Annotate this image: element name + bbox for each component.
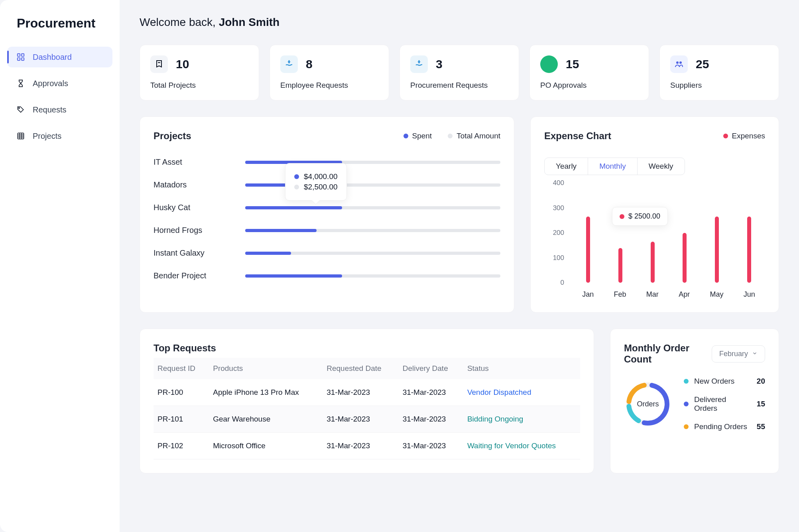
expense-bar[interactable] xyxy=(586,217,590,283)
dashboard-icon xyxy=(16,52,26,62)
status-link[interactable]: Bidding Ongoing xyxy=(467,415,523,423)
cell-status: Bidding Ongoing xyxy=(463,406,580,433)
project-name: Instant Galaxy xyxy=(154,248,233,258)
cell-status: Waiting for Vendor Quotes xyxy=(463,433,580,459)
project-name: IT Asset xyxy=(154,158,233,167)
month-select[interactable]: February xyxy=(712,345,765,363)
table-row[interactable]: PR-100Apple iPhone 13 Pro Max31-Mar-2023… xyxy=(154,379,580,406)
status-link[interactable]: Waiting for Vendor Quotes xyxy=(467,441,556,450)
dot-icon xyxy=(684,402,689,406)
donut-center-label: Orders xyxy=(624,380,672,428)
expense-x-labels: JanFebMarAprMayJun xyxy=(572,290,765,299)
table-row[interactable]: PR-102Microsoft Office31-Mar-202331-Mar-… xyxy=(154,433,580,459)
project-name: Horned Frogs xyxy=(154,226,233,235)
expense-bars xyxy=(572,183,765,283)
bar-fill xyxy=(245,229,317,232)
cell-id: PR-102 xyxy=(154,433,209,459)
expense-bar[interactable] xyxy=(651,242,655,283)
x-label: Jun xyxy=(744,290,755,299)
stats-row: 10Total Projects8Employee Requests3Procu… xyxy=(140,45,779,100)
sidebar-item-label: Requests xyxy=(33,105,67,114)
cell-status: Vendor Dispatched xyxy=(463,379,580,406)
column-header[interactable]: Status xyxy=(463,358,580,379)
table-row[interactable]: PR-101Gear Warehouse31-Mar-202331-Mar-20… xyxy=(154,406,580,433)
sidebar-item-projects[interactable]: Projects xyxy=(7,126,112,146)
cell-id: PR-100 xyxy=(154,379,209,406)
projects-tooltip: $4,000.00 $2,500.00 xyxy=(285,163,347,201)
y-tick: 200 xyxy=(553,229,564,237)
bar-fill xyxy=(245,274,342,278)
cell-id: PR-101 xyxy=(154,406,209,433)
expense-card: Expense Chart Expenses YearlyMonthlyWeek… xyxy=(530,116,779,313)
projects-list: $4,000.00 $2,500.00 IT AssetMatadorsHusk… xyxy=(154,158,500,280)
projects-card: Projects Spent Total Amount $4,000.00 $2… xyxy=(140,116,514,313)
status-link[interactable]: Vendor Dispatched xyxy=(467,388,531,396)
bar-track xyxy=(245,252,500,255)
cell-product: Microsoft Office xyxy=(209,433,323,459)
bar-fill xyxy=(245,252,291,255)
column-header[interactable]: Products xyxy=(209,358,323,379)
stat-card[interactable]: 8Employee Requests xyxy=(270,45,389,100)
stat-label: PO Approvals xyxy=(540,81,638,90)
tag-icon xyxy=(16,105,26,114)
cell-del-date: 31-Mar-2023 xyxy=(399,433,463,459)
dot-icon xyxy=(294,185,299,189)
expense-bar[interactable] xyxy=(715,217,719,283)
dot-icon xyxy=(620,214,624,219)
y-tick: 400 xyxy=(553,179,564,187)
stat-label: Procurement Requests xyxy=(410,81,508,90)
expense-chart: 4003002001000 JanFebMarAprMayJun $ 2500.… xyxy=(544,183,765,299)
dot-icon xyxy=(723,134,728,138)
sidebar-item-approvals[interactable]: Approvals xyxy=(7,73,112,94)
bar-track xyxy=(245,161,500,164)
cell-product: Gear Warehouse xyxy=(209,406,323,433)
y-tick: 0 xyxy=(561,279,564,287)
order-legend-value: 15 xyxy=(757,400,765,408)
stat-label: Suppliers xyxy=(670,81,768,90)
svg-rect-1 xyxy=(22,54,24,56)
expense-bar[interactable] xyxy=(618,248,622,283)
x-label: May xyxy=(710,290,723,299)
tab-yearly[interactable]: Yearly xyxy=(545,158,588,175)
project-name: Husky Cat xyxy=(154,203,233,212)
x-label: Jan xyxy=(582,290,594,299)
stat-card[interactable]: 3Procurement Requests xyxy=(400,45,519,100)
project-name: Matadors xyxy=(154,180,233,189)
brand: Procurement xyxy=(7,16,112,47)
tab-monthly[interactable]: Monthly xyxy=(588,158,637,175)
expense-bar[interactable] xyxy=(683,233,687,283)
requests-table: Request IDProductsRequested DateDelivery… xyxy=(154,358,580,459)
sidebar-item-requests[interactable]: Requests xyxy=(7,99,112,120)
expense-bar[interactable] xyxy=(747,217,751,283)
stat-icon xyxy=(280,55,298,73)
project-row: Horned Frogs xyxy=(154,226,500,235)
sidebar: Procurement Dashboard Approvals Requests xyxy=(0,0,120,532)
column-header[interactable]: Request ID xyxy=(154,358,209,379)
tab-weekly[interactable]: Weekly xyxy=(637,158,685,175)
sidebar-item-dashboard[interactable]: Dashboard xyxy=(7,47,112,67)
order-legend-label: Delivered Orders xyxy=(694,395,751,413)
order-title: Monthly Order Count xyxy=(624,343,712,365)
column-header[interactable]: Delivery Date xyxy=(399,358,463,379)
stat-card[interactable]: 25Suppliers xyxy=(659,45,779,100)
order-legend-value: 20 xyxy=(757,377,765,386)
column-header[interactable]: Requested Date xyxy=(323,358,398,379)
x-label: Apr xyxy=(679,290,690,299)
stat-icon xyxy=(540,55,558,73)
chevron-down-icon xyxy=(752,350,758,358)
stat-card[interactable]: 15PO Approvals xyxy=(529,45,649,100)
order-card: Monthly Order Count February xyxy=(610,329,779,473)
cell-req-date: 31-Mar-2023 xyxy=(323,433,398,459)
stat-value: 25 xyxy=(696,57,709,71)
project-row: Instant Galaxy xyxy=(154,248,500,258)
stat-card[interactable]: 10Total Projects xyxy=(140,45,259,100)
projects-legend: Spent Total Amount xyxy=(403,132,501,140)
stat-value: 15 xyxy=(566,57,579,71)
project-row: Husky Cat xyxy=(154,203,500,212)
stat-icon xyxy=(670,55,688,73)
bar-track xyxy=(245,183,500,187)
stat-value: 3 xyxy=(436,57,443,71)
svg-rect-5 xyxy=(18,133,24,139)
welcome-text: Welcome back, John Smith xyxy=(140,16,779,29)
sidebar-item-label: Projects xyxy=(33,132,61,141)
